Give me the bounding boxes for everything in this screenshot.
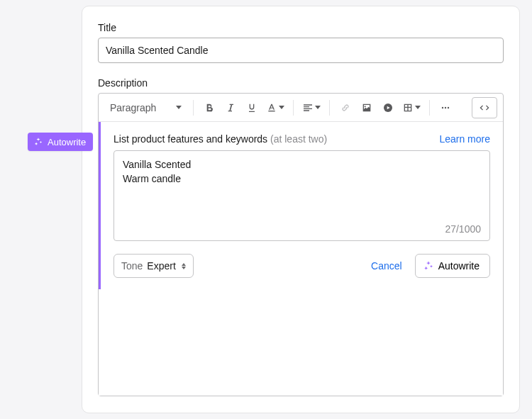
features-textarea[interactable]: Vanilla Scented Warm candle: [123, 158, 481, 219]
autowrite-submit-button[interactable]: Autowrite: [415, 254, 490, 278]
play-circle-icon: [382, 102, 394, 113]
image-icon: [361, 102, 372, 113]
sort-caret-icon: [182, 263, 186, 269]
more-button[interactable]: [436, 98, 455, 118]
autowrite-tab[interactable]: Autowrite: [28, 133, 93, 151]
learn-more-link[interactable]: Learn more: [439, 133, 490, 145]
autowrite-submit-label: Autowrite: [438, 260, 480, 272]
autowrite-tab-label: Autowrite: [48, 137, 86, 147]
italic-button[interactable]: [221, 98, 240, 118]
bold-button[interactable]: [199, 98, 219, 118]
toolbar-separator: [329, 100, 330, 116]
toolbar-separator: [193, 100, 194, 116]
code-icon: [478, 102, 491, 113]
underline-button[interactable]: [242, 98, 262, 118]
sparkle-icon: [423, 260, 434, 272]
svg-point-2: [442, 106, 443, 108]
autowrite-actions: Tone Expert Cancel Autowrite: [113, 254, 490, 278]
cancel-button[interactable]: Cancel: [371, 260, 402, 272]
text-color-icon: [266, 102, 277, 113]
tone-value: Expert: [147, 260, 175, 272]
char-count: 27/1000: [123, 223, 481, 235]
editor-body[interactable]: [99, 289, 503, 396]
toolbar-separator: [293, 100, 294, 116]
image-button[interactable]: [357, 98, 377, 118]
description-label: Description: [98, 77, 504, 89]
sparkle-icon: [33, 137, 43, 147]
chevron-down-icon: [415, 106, 421, 109]
table-button[interactable]: [399, 98, 423, 118]
svg-point-4: [448, 106, 449, 108]
toolbar-separator: [429, 100, 430, 116]
tone-label: Tone: [121, 260, 143, 272]
autowrite-panel: List product features and keywords (at l…: [99, 122, 503, 289]
tone-select[interactable]: Tone Expert: [113, 254, 194, 278]
editor-toolbar: Paragraph: [99, 94, 503, 122]
link-icon: [340, 102, 351, 113]
align-left-icon: [302, 102, 314, 113]
chevron-down-icon: [279, 106, 284, 109]
code-view-button[interactable]: [472, 97, 497, 118]
link-button[interactable]: [336, 98, 355, 118]
features-textarea-wrapper: Vanilla Scented Warm candle 27/1000: [113, 150, 490, 241]
features-prompt-hint: (at least two): [270, 133, 327, 145]
chevron-down-icon: [315, 106, 321, 109]
paragraph-style-label: Paragraph: [110, 102, 156, 113]
rich-text-editor: Paragraph: [98, 93, 504, 396]
table-icon: [402, 102, 414, 113]
svg-point-3: [445, 106, 446, 108]
description-section: Description Paragraph: [98, 77, 504, 396]
ellipsis-icon: [440, 102, 451, 113]
chevron-down-icon: [176, 106, 182, 109]
product-form-card: Title Description Paragraph: [82, 6, 520, 413]
video-button[interactable]: [378, 98, 398, 118]
paragraph-style-select[interactable]: Paragraph: [104, 98, 187, 118]
svg-rect-0: [269, 111, 275, 111]
features-prompt-label: List product features and keywords (at l…: [113, 133, 327, 145]
title-label: Title: [98, 22, 504, 33]
title-input[interactable]: [98, 38, 504, 63]
underline-icon: [246, 102, 257, 113]
align-button[interactable]: [299, 98, 323, 118]
italic-icon: [225, 102, 236, 113]
bold-icon: [204, 102, 215, 113]
text-color-button[interactable]: [263, 98, 287, 118]
